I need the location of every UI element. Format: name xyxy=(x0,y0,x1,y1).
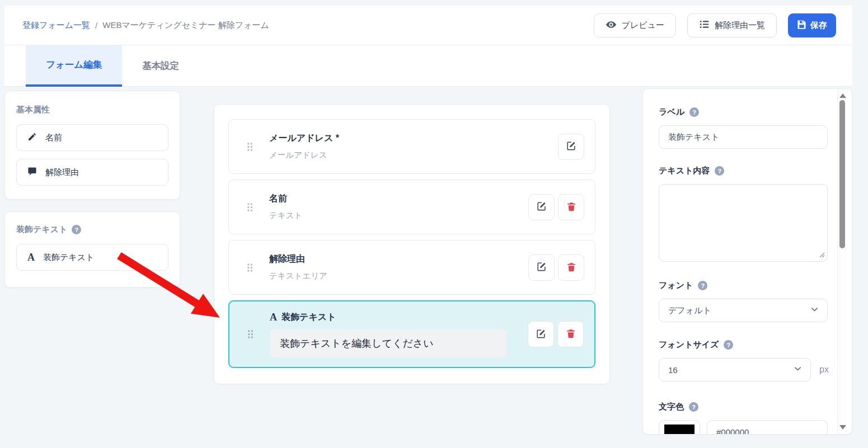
palette-item-name[interactable]: 名前 xyxy=(16,124,168,151)
preview-button-label: プレビュー xyxy=(622,20,664,31)
label-field-heading: ラベル ? xyxy=(659,107,852,117)
basic-attributes-title: 基本属性 xyxy=(16,105,50,115)
palette-item-unsubscribe-reason-label: 解除理由 xyxy=(45,167,79,178)
basic-attributes-heading: 基本属性 xyxy=(16,105,168,115)
form-item-subtitle: テキスト xyxy=(269,210,528,221)
decoration-preview-text: 装飾テキストを編集してください xyxy=(270,329,506,357)
letter-a-icon: A xyxy=(270,312,277,322)
help-icon[interactable]: ? xyxy=(698,281,707,290)
font-size-select-value: 16 xyxy=(668,365,678,375)
decoration-heading: 装飾テキスト ? xyxy=(16,224,168,235)
save-icon xyxy=(797,20,806,31)
trash-icon xyxy=(566,201,576,213)
form-item-title: 装飾テキスト xyxy=(281,312,336,323)
form-item-title: 解除理由 xyxy=(269,253,528,265)
tab-basic-settings[interactable]: 基本設定 xyxy=(122,45,199,87)
form-item-actions xyxy=(528,194,584,220)
trash-icon xyxy=(566,328,576,340)
tab-form-edit[interactable]: フォーム編集 xyxy=(26,45,122,87)
preview-button[interactable]: プレビュー xyxy=(594,13,676,37)
palette-basic-attributes: 基本属性 名前 解除理由 xyxy=(4,91,180,200)
breadcrumb-current-page: WEBマーケティングセミナー 解除フォーム xyxy=(102,20,269,31)
content-textarea[interactable] xyxy=(659,184,828,262)
reason-list-button[interactable]: 解除理由一覧 xyxy=(687,13,777,37)
form-item-reason-text: 解除理由 テキストエリア xyxy=(269,253,528,281)
form-item-actions xyxy=(558,134,584,160)
form-item-name-text: 名前 テキスト xyxy=(269,193,528,221)
form-item-email[interactable]: メールアドレス * メールアドレス xyxy=(228,119,595,174)
palette-decoration-text: 装飾テキスト ? A 装飾テキスト xyxy=(4,211,180,287)
breadcrumb-separator: / xyxy=(95,21,97,30)
list-icon xyxy=(699,19,710,31)
form-item-name[interactable]: 名前 テキスト xyxy=(228,180,595,234)
trash-icon xyxy=(566,262,576,273)
palette-item-decoration-text-label: 装飾テキスト xyxy=(43,252,94,263)
eye-icon xyxy=(606,19,617,32)
font-size-select[interactable]: 16 xyxy=(659,358,811,381)
edit-icon xyxy=(536,201,547,213)
drag-handle-icon[interactable] xyxy=(246,262,254,273)
form-item-decoration-text-selected[interactable]: A 装飾テキスト 装飾テキストを編集してください xyxy=(228,300,595,368)
breadcrumb: 登録フォーム一覧 / WEBマーケティングセミナー 解除フォーム xyxy=(22,20,269,31)
drag-handle-icon[interactable] xyxy=(246,142,254,152)
help-icon[interactable]: ? xyxy=(689,402,698,412)
help-icon[interactable]: ? xyxy=(689,107,699,117)
form-item-unsubscribe-reason[interactable]: 解除理由 テキストエリア xyxy=(228,240,595,295)
drag-handle-icon[interactable] xyxy=(247,329,254,339)
palette-item-name-label: 名前 xyxy=(45,133,62,143)
breadcrumb-link-form-list[interactable]: 登録フォーム一覧 xyxy=(22,20,90,31)
form-item-title: メールアドレス * xyxy=(269,133,558,144)
palette-item-unsubscribe-reason[interactable]: 解除理由 xyxy=(16,159,168,186)
header-actions: プレビュー 解除理由一覧 保存 xyxy=(594,13,836,37)
help-icon[interactable]: ? xyxy=(724,340,733,350)
font-select[interactable]: デフォルト xyxy=(659,299,828,322)
form-item-subtitle: メールアドレス xyxy=(269,150,558,161)
form-item-actions xyxy=(528,254,584,281)
scroll-down-arrow[interactable] xyxy=(839,425,846,430)
edit-button[interactable] xyxy=(558,134,584,160)
scrollbar-thumb[interactable] xyxy=(839,100,845,248)
delete-button[interactable] xyxy=(558,254,584,281)
font-size-unit: px xyxy=(819,365,829,375)
delete-button[interactable] xyxy=(557,321,584,347)
comment-icon xyxy=(27,167,37,178)
form-item-subtitle: テキストエリア xyxy=(269,271,528,281)
drag-handle-icon[interactable] xyxy=(246,202,254,213)
panel-scrollbar[interactable] xyxy=(837,89,847,434)
resize-grip-icon[interactable] xyxy=(819,250,825,260)
text-color-field-heading: 文字色 ? xyxy=(659,402,852,412)
font-size-field-title: フォントサイズ xyxy=(659,339,719,350)
content-field-heading: テキスト内容 ? xyxy=(659,166,852,176)
edit-button[interactable] xyxy=(528,194,555,220)
font-size-field-heading: フォントサイズ ? xyxy=(659,339,852,350)
content-textarea-wrap xyxy=(659,184,828,264)
font-field-title: フォント xyxy=(659,280,693,291)
color-swatch-button[interactable] xyxy=(659,420,700,435)
form-canvas: メールアドレス * メールアドレス 名前 テキスト xyxy=(214,104,610,384)
form-item-decoration-content: A 装飾テキスト 装飾テキストを編集してください xyxy=(270,312,528,357)
label-field-title: ラベル xyxy=(659,107,684,117)
palette-item-decoration-text[interactable]: A 装飾テキスト xyxy=(16,244,168,271)
content-field-title: テキスト内容 xyxy=(659,166,710,176)
chevron-down-icon xyxy=(794,365,802,375)
color-hex-input[interactable] xyxy=(707,420,828,435)
delete-button[interactable] xyxy=(558,194,584,220)
chevron-down-icon xyxy=(810,305,819,315)
edit-button[interactable] xyxy=(528,321,554,347)
color-swatch xyxy=(664,425,695,435)
edit-button[interactable] xyxy=(528,254,555,281)
reason-list-button-label: 解除理由一覧 xyxy=(715,20,765,31)
font-select-value: デフォルト xyxy=(668,305,711,316)
help-icon[interactable]: ? xyxy=(72,225,81,234)
form-item-email-text: メールアドレス * メールアドレス xyxy=(269,133,558,161)
scroll-up-arrow[interactable] xyxy=(839,93,846,98)
help-icon[interactable]: ? xyxy=(715,166,724,176)
letter-a-icon: A xyxy=(27,252,35,262)
pencil-icon xyxy=(27,132,37,143)
properties-panel: ラベル ? テキスト内容 ? フォント ? デフォルト フォントサイズ ? 16 xyxy=(642,88,852,435)
text-color-field-title: 文字色 xyxy=(659,402,684,412)
form-item-title: 名前 xyxy=(269,193,528,205)
save-button-label: 保存 xyxy=(810,20,827,31)
save-button[interactable]: 保存 xyxy=(788,13,836,37)
label-input[interactable] xyxy=(659,125,828,149)
